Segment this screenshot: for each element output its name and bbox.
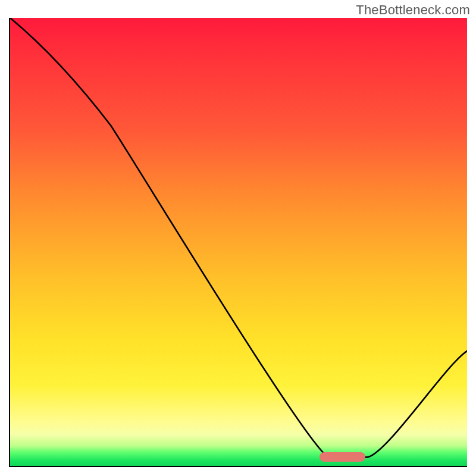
optimal-range-marker (320, 452, 365, 462)
bottleneck-curve (10, 18, 467, 467)
watermark-text: TheBottleneck.com (356, 2, 470, 18)
curve-path (10, 18, 467, 457)
chart-area (9, 18, 467, 467)
